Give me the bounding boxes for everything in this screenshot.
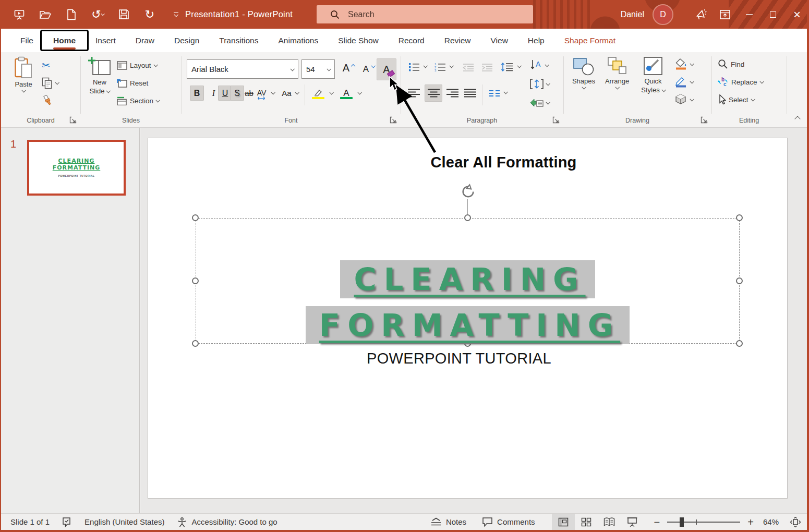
convert-smartart-button[interactable]	[530, 96, 549, 110]
collapse-ribbon-button[interactable]	[794, 116, 800, 122]
tab-design[interactable]: Design	[164, 29, 209, 52]
font-name-combobox[interactable]: Arial Black	[187, 59, 298, 79]
increase-indent-button[interactable]	[480, 59, 494, 75]
numbering-dropdown-icon[interactable]	[449, 64, 453, 68]
slide-title-line1[interactable]: CLEARING	[340, 260, 595, 298]
start-slideshow-button[interactable]	[13, 8, 26, 21]
line-spacing-dropdown-icon[interactable]	[517, 64, 521, 68]
rotation-handle[interactable]	[460, 184, 476, 202]
tab-record[interactable]: Record	[389, 29, 434, 52]
notes-button[interactable]: Notes	[427, 514, 469, 530]
text-highlight-color-button[interactable]	[310, 86, 327, 101]
character-spacing-button[interactable]: AV	[255, 86, 269, 101]
new-slide-button[interactable]: New Slide	[84, 56, 115, 95]
shape-fill-button[interactable]	[675, 57, 693, 71]
align-text-button[interactable]	[530, 77, 549, 91]
increase-font-size-button[interactable]: A	[339, 61, 353, 76]
new-file-button[interactable]	[65, 8, 78, 21]
columns-button[interactable]	[487, 86, 501, 101]
search-box[interactable]	[317, 5, 533, 23]
line-spacing-button[interactable]	[500, 59, 514, 75]
clipboard-dialog-launcher[interactable]	[69, 116, 77, 124]
redo-button[interactable]: ↻	[143, 8, 156, 21]
normal-view-button[interactable]	[552, 514, 575, 530]
search-input[interactable]	[348, 10, 504, 19]
slide-indicator[interactable]: Slide 1 of 1	[7, 517, 53, 526]
close-button[interactable]: ×	[785, 0, 809, 29]
reading-view-button[interactable]	[598, 514, 621, 530]
change-case-dropdown-icon[interactable]	[295, 90, 299, 94]
tab-file[interactable]: File	[10, 29, 43, 52]
slideshow-view-button[interactable]	[621, 514, 644, 530]
font-dialog-launcher[interactable]	[390, 116, 397, 124]
reset-button[interactable]: Reset	[117, 76, 148, 90]
font-color-dropdown-icon[interactable]	[357, 90, 361, 94]
zoom-in-button[interactable]: +	[747, 517, 754, 527]
open-button[interactable]	[39, 8, 52, 21]
minimize-button[interactable]	[737, 0, 761, 29]
tab-home[interactable]: Home	[43, 29, 86, 52]
select-button[interactable]: Select	[718, 93, 754, 106]
slide-subtitle[interactable]: POWERPOINT TUTORIAL	[196, 350, 722, 367]
strikethrough-button[interactable]: ab	[242, 86, 256, 101]
numbering-button[interactable]: 1 2 3	[433, 59, 447, 75]
tab-slide-show[interactable]: Slide Show	[328, 29, 389, 52]
justify-button[interactable]	[463, 86, 477, 101]
quick-styles-button[interactable]: Quick Styles	[636, 56, 670, 94]
drawing-dialog-launcher[interactable]	[701, 116, 708, 124]
cut-button[interactable]: ✂	[42, 58, 50, 72]
spell-check-button[interactable]	[59, 517, 75, 527]
zoom-out-button[interactable]: −	[654, 517, 660, 527]
undo-button[interactable]: ↺	[91, 8, 104, 21]
ribbon-display-options-button[interactable]	[713, 0, 737, 29]
selection-handle-top-middle[interactable]	[464, 214, 471, 221]
avatar[interactable]: D	[653, 4, 673, 25]
replace-button[interactable]: b c Replace	[718, 75, 763, 89]
selection-handle-top-left[interactable]	[192, 214, 199, 221]
maximize-button[interactable]	[761, 0, 785, 29]
find-button[interactable]: Find	[718, 57, 744, 71]
align-center-button[interactable]	[425, 84, 442, 102]
copy-button[interactable]	[42, 76, 58, 90]
shape-outline-button[interactable]	[675, 75, 693, 89]
text-direction-button[interactable]: A	[530, 58, 548, 72]
section-button[interactable]: Section	[117, 94, 159, 107]
zoom-level[interactable]: 64%	[763, 517, 779, 526]
save-button[interactable]	[117, 8, 130, 21]
paragraph-dialog-launcher[interactable]	[552, 116, 560, 124]
tab-shape-format[interactable]: Shape Format	[554, 29, 625, 52]
language-indicator[interactable]: English (United States)	[81, 517, 167, 526]
align-right-button[interactable]	[445, 86, 460, 101]
decrease-font-size-button[interactable]: A	[359, 62, 373, 77]
format-painter-button[interactable]	[42, 94, 54, 107]
paste-button[interactable]: Paste	[9, 56, 38, 92]
comments-button[interactable]: Comments	[479, 514, 538, 530]
align-left-button[interactable]	[407, 86, 421, 101]
bullets-button[interactable]	[407, 59, 421, 75]
tab-animations[interactable]: Animations	[268, 29, 328, 52]
tab-draw[interactable]: Draw	[126, 29, 164, 52]
shape-effects-button[interactable]	[675, 93, 693, 106]
slide-title-line2[interactable]: FORMATTING	[306, 306, 630, 344]
tab-insert[interactable]: Insert	[86, 29, 126, 52]
tab-view[interactable]: View	[481, 29, 518, 52]
feedback-button[interactable]	[689, 0, 713, 29]
tab-transitions[interactable]: Transitions	[209, 29, 268, 52]
fit-to-window-button[interactable]	[786, 514, 805, 530]
bullets-dropdown-icon[interactable]	[423, 64, 427, 68]
slide-title-textbox[interactable]: CLEARING FORMATTING	[196, 260, 740, 352]
shapes-button[interactable]: Shapes	[569, 56, 599, 89]
clear-all-formatting-button[interactable]: A	[377, 58, 396, 80]
arrange-button[interactable]: Arrange	[601, 56, 633, 89]
font-size-combobox[interactable]: 54	[301, 59, 335, 79]
bold-button[interactable]: B	[190, 86, 204, 101]
highlight-dropdown-icon[interactable]	[329, 90, 333, 94]
columns-dropdown-icon[interactable]	[503, 90, 508, 94]
tab-help[interactable]: Help	[518, 29, 554, 52]
slide-sorter-view-button[interactable]	[575, 514, 598, 530]
layout-button[interactable]: Layout	[117, 58, 157, 72]
change-case-button[interactable]: Aa	[280, 86, 294, 101]
decrease-indent-button[interactable]	[461, 59, 475, 75]
font-color-button[interactable]: A	[338, 86, 355, 101]
slide-thumbnail[interactable]: CLEARING FORMATTING POWERPOINT TUTORIAL	[27, 140, 126, 196]
